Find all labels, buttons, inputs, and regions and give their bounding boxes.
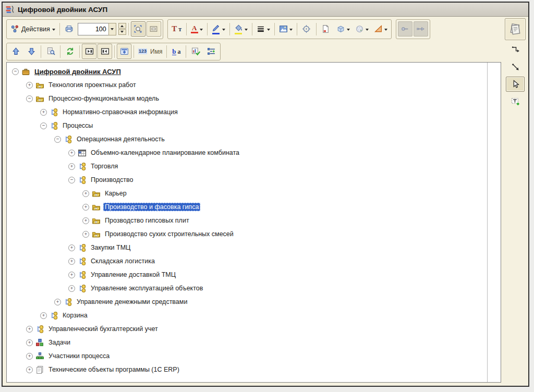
tree-item[interactable]: −Цифровой двойник АСУП [7, 65, 501, 78]
expander-icon[interactable]: − [26, 95, 33, 102]
tree-item-label[interactable]: Управленческий бухгалтерский учет [47, 325, 160, 333]
tree-item[interactable]: +Участники процесса [7, 349, 501, 363]
move-down-button[interactable] [24, 44, 39, 59]
tree-item-label[interactable]: Задачи [47, 338, 72, 347]
tree-item-label[interactable]: Управление эксплуатацией объектов [89, 284, 204, 292]
tree-item[interactable]: +Производство сухих строительных смесей [7, 227, 501, 241]
diagram-check-button[interactable] [188, 44, 203, 59]
expander-icon[interactable]: + [82, 217, 89, 224]
expander-icon[interactable]: + [68, 285, 75, 292]
tree-item[interactable]: −Процессы [7, 119, 501, 132]
tree-item[interactable]: +Задачи [7, 336, 501, 349]
pyramid-shape-button[interactable] [372, 21, 390, 36]
expander-icon[interactable]: + [54, 299, 61, 305]
border-toggle-button[interactable] [147, 21, 161, 36]
zoom-input[interactable] [78, 23, 108, 35]
tree-item[interactable]: +Прозводство гипсовых плит [7, 214, 501, 227]
expander-icon[interactable]: − [68, 177, 75, 183]
auto-name-button[interactable]: ba [169, 44, 184, 59]
expander-icon[interactable]: + [68, 163, 75, 170]
tree-item-label[interactable]: Корзина [61, 311, 89, 320]
refresh-button[interactable] [63, 44, 77, 59]
spin-down-button[interactable] [118, 29, 126, 35]
cube-shape-button[interactable] [334, 21, 352, 36]
expander-icon[interactable]: + [40, 109, 47, 116]
tree-item-label[interactable]: Технические объекты программы (1С ERP) [47, 365, 181, 374]
expander-icon[interactable]: + [82, 190, 89, 197]
tree-item[interactable]: +Управление эксплуатацией объектов [7, 281, 501, 295]
tree-settings-button[interactable] [204, 44, 219, 59]
expander-icon[interactable]: + [26, 353, 33, 360]
line-tool-button[interactable] [506, 59, 525, 75]
tree-item[interactable]: +Технология проектных работ [7, 78, 501, 92]
text-tool-button[interactable] [506, 94, 525, 109]
expander-icon[interactable]: + [26, 82, 33, 89]
expander-icon[interactable]: + [68, 244, 75, 251]
font-button[interactable]: Тт [169, 21, 184, 36]
tree-item[interactable]: −Производство [7, 173, 501, 187]
expander-icon[interactable]: + [26, 326, 33, 333]
tree-item-label[interactable]: Складская логистика [89, 257, 156, 265]
expander-icon[interactable]: + [26, 366, 33, 373]
spin-up-button[interactable] [118, 23, 126, 29]
tree-item[interactable]: +Производство и фасовка гипса [7, 200, 501, 214]
tree-item-label[interactable]: Технология проектных работ [47, 81, 138, 89]
tree-item[interactable]: +Нормативно-справочная информация [7, 105, 501, 119]
expander-icon[interactable]: + [82, 231, 89, 238]
tree-item-label[interactable]: Процессно-функциональная модель [47, 94, 161, 103]
line-color-button[interactable] [210, 21, 227, 36]
tree-item-label[interactable]: Управление денежными средствами [75, 298, 189, 306]
tree-item[interactable]: +Корзина [7, 309, 501, 322]
tree-item[interactable]: +Объемно-календарное планирование комбин… [7, 146, 501, 160]
tree-item-label[interactable]: Прозводство гипсовых плит [103, 216, 191, 225]
tree-item-label[interactable]: Участники процесса [47, 352, 111, 360]
picture-button[interactable] [277, 21, 295, 36]
print-button[interactable] [62, 21, 77, 36]
expander-icon[interactable]: + [68, 258, 75, 265]
tree-item[interactable]: +Торговля [7, 160, 501, 173]
tree-item-label[interactable]: Управление доставкой ТМЦ [89, 271, 177, 279]
tree-item[interactable]: +Технические объекты программы (1С ERP) [7, 363, 501, 376]
font-color-button[interactable]: A [189, 21, 205, 36]
expander-icon[interactable]: + [68, 150, 75, 156]
sphere-shape-button[interactable] [353, 21, 371, 36]
zoom-dropdown-button[interactable] [108, 23, 116, 35]
page-button[interactable] [319, 21, 333, 36]
expander-icon[interactable]: − [12, 68, 19, 75]
tree-item-label[interactable]: Процессы [61, 121, 94, 130]
center-view-button[interactable] [299, 21, 314, 36]
fit-window-button[interactable] [131, 21, 145, 36]
tree-item-label[interactable]: Нормативно-справочная информация [61, 108, 179, 116]
numbering-name-button[interactable]: 123Имя [136, 44, 164, 59]
actions-button[interactable]: Действия [8, 21, 57, 36]
dock-bottom-button[interactable] [117, 44, 131, 59]
preview-search-button[interactable] [43, 44, 58, 59]
tree-item[interactable]: +Управление доставкой ТМЦ [7, 268, 501, 281]
expander-icon[interactable]: + [68, 272, 75, 278]
expander-icon[interactable]: + [82, 204, 89, 211]
tree-item-label[interactable]: Цифровой двойник АСУП [33, 67, 123, 76]
tree-item-label[interactable]: Производство сухих строительных смесей [103, 230, 235, 238]
tree-item-label[interactable]: Объемно-календарное планирование комбина… [89, 149, 241, 157]
tree-item[interactable]: +Карьер [7, 187, 501, 200]
tree-item[interactable]: +Управленческий бухгалтерский учет [7, 322, 501, 336]
expander-icon[interactable]: + [26, 339, 33, 346]
tree-item[interactable]: +Складская логистика [7, 254, 501, 268]
tree-item-label[interactable]: Производство [89, 176, 135, 184]
panel-left-button[interactable] [82, 44, 96, 59]
tree-item[interactable]: +Закупки ТМЦ [7, 241, 501, 254]
tree-item[interactable]: +Управление денежными средствами [7, 295, 501, 309]
pointer-tool-button[interactable] [506, 77, 525, 92]
tree-item-label[interactable]: Торговля [89, 162, 119, 170]
line-style-button[interactable] [254, 21, 272, 36]
tree-item-label[interactable]: Карьер [103, 189, 128, 198]
tree-item[interactable]: −Операционная деятельность [7, 132, 501, 146]
tree-item-label[interactable]: Закупки ТМЦ [89, 243, 132, 252]
tree-item-label[interactable]: Производство и фасовка гипса [103, 203, 200, 211]
tree-item-label[interactable]: Операционная деятельность [75, 135, 166, 143]
schemes-button[interactable] [505, 18, 526, 40]
expander-icon[interactable]: − [54, 136, 61, 143]
panel-right-button[interactable] [98, 44, 112, 59]
expander-icon[interactable]: − [40, 123, 47, 129]
tree-item[interactable]: −Процессно-функциональная модель [7, 92, 501, 105]
